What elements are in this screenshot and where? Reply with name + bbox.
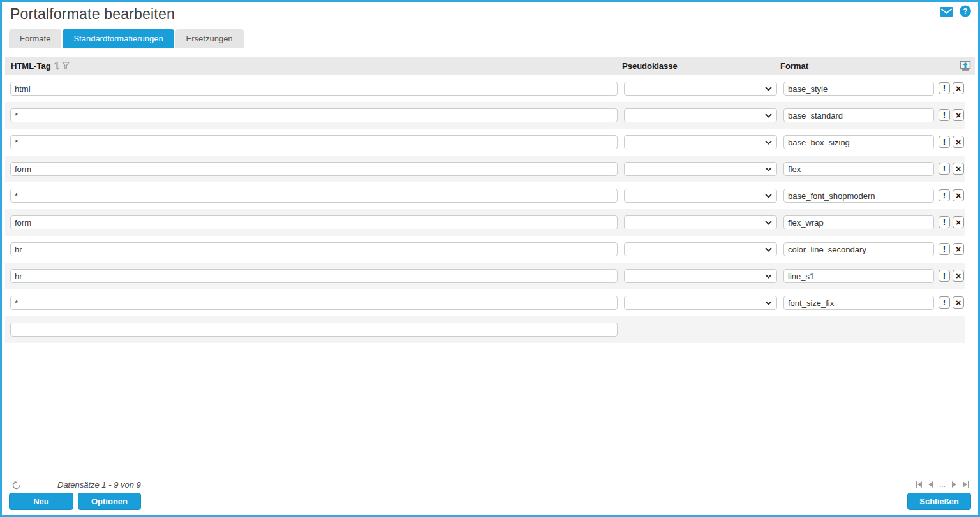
table-header: HTML-Tag Pseudoklasse Format bbox=[5, 57, 975, 75]
export-icon[interactable] bbox=[960, 61, 971, 71]
pseudoklasse-select-wrap bbox=[624, 269, 777, 283]
format-input[interactable] bbox=[783, 189, 934, 203]
pseudoklasse-select-wrap bbox=[624, 189, 777, 203]
table-row: ! × bbox=[5, 182, 965, 209]
table-row: ! × bbox=[5, 75, 965, 102]
pseudoklasse-select-wrap bbox=[624, 296, 777, 310]
priority-button[interactable]: ! bbox=[939, 296, 950, 309]
priority-button[interactable]: ! bbox=[939, 270, 950, 282]
sort-icon[interactable] bbox=[54, 62, 60, 70]
records-count-label: Datensätze 1 - 9 von 9 bbox=[57, 480, 141, 490]
format-input[interactable] bbox=[783, 162, 934, 176]
format-input[interactable] bbox=[783, 296, 934, 310]
format-input[interactable] bbox=[783, 108, 934, 122]
pagination-ellipsis[interactable]: ... bbox=[939, 481, 946, 488]
delete-row-button[interactable]: × bbox=[953, 163, 964, 175]
column-header-html-tag: HTML-Tag bbox=[11, 57, 51, 75]
format-input[interactable] bbox=[783, 135, 934, 149]
pseudoklasse-select[interactable] bbox=[624, 189, 777, 203]
pseudoklasse-select[interactable] bbox=[624, 82, 777, 96]
page-title: Portalformate bearbeiten bbox=[10, 6, 175, 23]
table-row: ! × bbox=[5, 129, 965, 156]
pseudoklasse-select-wrap bbox=[624, 135, 777, 149]
html-tag-input[interactable] bbox=[10, 108, 618, 122]
first-page-icon[interactable] bbox=[916, 481, 923, 488]
delete-row-button[interactable]: × bbox=[953, 270, 964, 282]
new-row bbox=[5, 316, 965, 343]
tab-standardformatierungen[interactable]: Standardformatierungen bbox=[63, 29, 174, 48]
priority-button[interactable]: ! bbox=[939, 82, 950, 94]
delete-row-button[interactable]: × bbox=[953, 243, 964, 255]
options-button[interactable]: Optionen bbox=[78, 493, 141, 510]
html-tag-input[interactable] bbox=[10, 242, 618, 256]
help-icon[interactable]: ? bbox=[959, 5, 972, 18]
pseudoklasse-select[interactable] bbox=[624, 269, 777, 283]
pseudoklasse-select[interactable] bbox=[624, 108, 777, 122]
tab-bar: Formate Standardformatierungen Ersetzung… bbox=[9, 29, 244, 48]
close-button[interactable]: Schließen bbox=[907, 493, 971, 510]
html-tag-input[interactable] bbox=[10, 189, 618, 203]
pagination: ... bbox=[916, 481, 969, 488]
pseudoklasse-select[interactable] bbox=[624, 162, 777, 176]
format-input[interactable] bbox=[783, 269, 934, 283]
delete-row-button[interactable]: × bbox=[953, 296, 964, 309]
html-tag-input[interactable] bbox=[10, 82, 618, 96]
html-tag-input[interactable] bbox=[10, 135, 618, 149]
last-page-icon[interactable] bbox=[962, 481, 969, 488]
pseudoklasse-select[interactable] bbox=[624, 242, 777, 256]
table-row: ! × bbox=[5, 236, 965, 263]
html-tag-input[interactable] bbox=[10, 162, 618, 176]
delete-row-button[interactable]: × bbox=[953, 216, 964, 228]
pseudoklasse-select-wrap bbox=[624, 162, 777, 176]
delete-row-button[interactable]: × bbox=[953, 189, 964, 201]
pseudoklasse-select-wrap bbox=[624, 242, 777, 256]
pseudoklasse-select-wrap bbox=[624, 82, 777, 96]
table-row: ! × bbox=[5, 289, 965, 316]
delete-row-button[interactable]: × bbox=[953, 82, 964, 94]
tab-ersetzungen[interactable]: Ersetzungen bbox=[175, 29, 244, 48]
html-tag-input[interactable] bbox=[10, 215, 618, 229]
portal-formats-window: Portalformate bearbeiten ? Formate Stand… bbox=[0, 0, 980, 517]
priority-button[interactable]: ! bbox=[939, 243, 950, 255]
html-tag-input[interactable] bbox=[10, 296, 618, 310]
refresh-icon[interactable] bbox=[11, 481, 21, 490]
priority-button[interactable]: ! bbox=[939, 216, 950, 228]
priority-button[interactable]: ! bbox=[939, 163, 950, 175]
next-page-icon[interactable] bbox=[951, 481, 956, 488]
column-header-pseudoklasse: Pseudoklasse bbox=[622, 57, 678, 75]
delete-row-button[interactable]: × bbox=[953, 109, 964, 121]
format-input[interactable] bbox=[783, 242, 934, 256]
table-row: ! × bbox=[5, 156, 965, 182]
html-tag-input[interactable] bbox=[10, 269, 618, 283]
pseudoklasse-select[interactable] bbox=[624, 135, 777, 149]
tab-formate[interactable]: Formate bbox=[9, 29, 61, 48]
format-input[interactable] bbox=[783, 215, 934, 229]
priority-button[interactable]: ! bbox=[939, 109, 950, 121]
filter-icon[interactable] bbox=[62, 62, 70, 69]
window-toolbar: ? bbox=[940, 5, 972, 18]
format-input[interactable] bbox=[783, 82, 934, 96]
table-row: ! × bbox=[5, 263, 965, 289]
new-html-tag-input[interactable] bbox=[10, 323, 618, 337]
priority-button[interactable]: ! bbox=[939, 136, 950, 148]
pseudoklasse-select-wrap bbox=[624, 108, 777, 122]
pseudoklasse-select[interactable] bbox=[624, 296, 777, 310]
column-header-format: Format bbox=[780, 57, 808, 75]
table-row: ! × bbox=[5, 209, 965, 236]
priority-button[interactable]: ! bbox=[939, 189, 950, 201]
new-button[interactable]: Neu bbox=[9, 493, 73, 510]
svg-text:?: ? bbox=[963, 7, 967, 16]
format-rules-table: ! × ! × ! × bbox=[5, 75, 965, 343]
pseudoklasse-select[interactable] bbox=[624, 215, 777, 229]
delete-row-button[interactable]: × bbox=[953, 136, 964, 148]
mail-icon[interactable] bbox=[940, 7, 953, 17]
prev-page-icon[interactable] bbox=[928, 481, 933, 488]
table-row: ! × bbox=[5, 102, 965, 129]
pseudoklasse-select-wrap bbox=[624, 215, 777, 229]
